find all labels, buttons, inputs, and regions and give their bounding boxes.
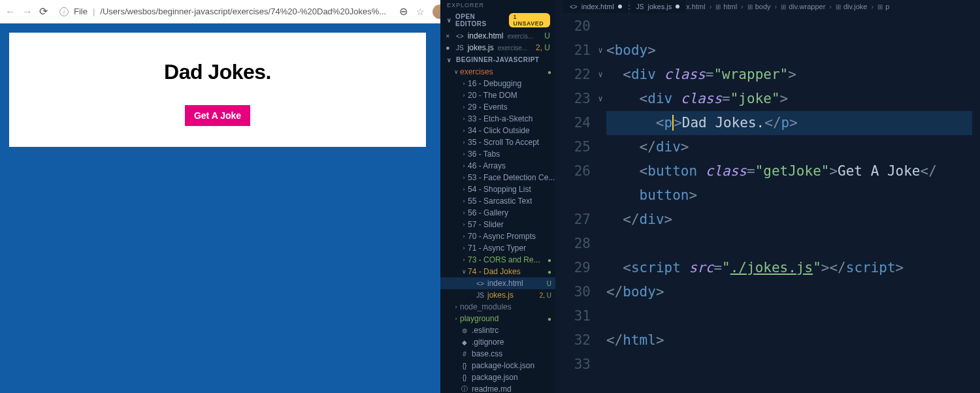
tree-item[interactable]: {}package-lock.json <box>440 360 555 371</box>
tree-item[interactable]: ∨74 - Dad Jokes● <box>440 266 555 277</box>
tree-item[interactable]: ›56 - Gallery <box>440 207 555 219</box>
code-line[interactable]: 29 <script src="./jokes.js"></script> <box>555 256 980 280</box>
breadcrumb-item[interactable]: ⊞div.wrapper <box>781 3 825 10</box>
code-line[interactable]: 23∨ <div class="joke"> <box>555 87 980 111</box>
browser-pane: ← → ⟳ i File | /Users/wesbos/beginner-ja… <box>0 0 440 393</box>
breadcrumb-item[interactable]: ⊞p <box>877 3 889 10</box>
reload-icon[interactable]: ⟳ <box>39 7 48 17</box>
address-bar[interactable]: i File | /Users/wesbos/beginner-javascri… <box>54 7 391 16</box>
forward-icon[interactable]: → <box>22 7 33 17</box>
tree-item[interactable]: ›playground● <box>440 313 555 324</box>
unsaved-badge: 1 UNSAVED <box>509 13 550 27</box>
joke-text: Dad Jokes. <box>164 60 271 84</box>
tree-item[interactable]: ⊚.eslintrc <box>440 324 555 336</box>
code-line[interactable]: 25 </div> <box>555 135 980 159</box>
breadcrumb-item[interactable]: ⊞body <box>747 3 771 10</box>
tree-item[interactable]: ›node_modules <box>440 301 555 313</box>
tree-item[interactable]: <>index.htmlU <box>440 277 555 289</box>
url-path: /Users/wesbos/beginner-javascript/exerci… <box>100 7 386 16</box>
file-explorer: EXPLORER ∨ OPEN EDITORS 1 UNSAVED ×<>ind… <box>440 0 555 393</box>
tree-item[interactable]: {}package.json <box>440 371 555 383</box>
tree-item[interactable]: ⓘreadme.md <box>440 383 555 393</box>
tree-item[interactable]: ›35 - Scroll To Accept <box>440 136 555 148</box>
tree-item[interactable]: ›34 - Click Outside <box>440 125 555 136</box>
code-line[interactable]: 26 <button class="getJoke">Get A Joke</ <box>555 159 980 183</box>
code-line[interactable]: 30</body> <box>555 280 980 304</box>
code-line[interactable]: 33 <box>555 353 980 377</box>
tree-item[interactable]: #base.css <box>440 348 555 360</box>
breadcrumb-item[interactable]: ⊞div.joke <box>836 3 867 10</box>
tree-item[interactable]: ›71 - Async Typer <box>440 242 555 254</box>
tree-item[interactable]: ›29 - Events <box>440 101 555 113</box>
tree-item[interactable]: ›54 - Shopping List <box>440 183 555 195</box>
code-line[interactable]: 31 <box>555 304 980 328</box>
get-joke-button[interactable]: Get A Joke <box>185 105 250 126</box>
back-icon[interactable]: ← <box>5 7 16 17</box>
joke-card: Dad Jokes. Get A Joke <box>9 33 426 147</box>
project-header[interactable]: ∨ BEGINNER-JAVASCRIPT <box>440 54 555 66</box>
tree-item[interactable]: ›53 - Face Detection Ce... <box>440 172 555 183</box>
editor-pane: EXPLORER ∨ OPEN EDITORS 1 UNSAVED ×<>ind… <box>440 0 980 393</box>
page-viewport: Dad Jokes. Get A Joke <box>0 24 440 393</box>
zoom-icon[interactable]: ⊖ <box>398 7 408 17</box>
tree-item[interactable]: ›33 - Etch-a-Sketch <box>440 113 555 125</box>
file-tree: ∨exercises●›16 - Debugging›20 - The DOM›… <box>440 66 555 393</box>
browser-toolbar: ← → ⟳ i File | /Users/wesbos/beginner-ja… <box>0 0 440 24</box>
code-line[interactable]: 27 </div> <box>555 208 980 232</box>
code-line[interactable]: button> <box>555 183 980 208</box>
editor-tabs: <>index.htmlJSjokes.js <box>563 0 686 13</box>
tree-item[interactable]: ›20 - The DOM <box>440 89 555 101</box>
bookmark-icon[interactable]: ☆ <box>416 7 425 17</box>
tree-item[interactable]: ◆.gitignore <box>440 336 555 348</box>
code-line[interactable]: 24 <p>Dad Jokes.</p> <box>555 111 980 135</box>
tree-item[interactable]: JSjokes.js2, U <box>440 289 555 301</box>
open-editor-item[interactable]: ●JSjokes.jsexercise...2, U <box>440 42 555 54</box>
open-editor-item[interactable]: ×<>index.htmlexercis...U <box>440 30 555 42</box>
code-editor[interactable]: 2021∨<body>22∨ <div class="wrapper">23∨ … <box>555 13 980 393</box>
code-line[interactable]: 21∨<body> <box>555 39 980 63</box>
editor-tab[interactable]: JSjokes.js <box>630 0 686 13</box>
tree-item[interactable]: ›73 - CORS and Re...● <box>440 254 555 266</box>
tree-item[interactable]: ∨exercises● <box>440 66 555 78</box>
explorer-title: EXPLORER <box>440 0 555 10</box>
code-line[interactable]: 22∨ <div class="wrapper"> <box>555 63 980 87</box>
editor-main: exercises›74 - Dad Jokes›<>index.html›⊞h… <box>555 0 980 393</box>
code-line[interactable]: 20 <box>555 14 980 39</box>
open-editors-header[interactable]: ∨ OPEN EDITORS 1 UNSAVED <box>440 10 555 30</box>
editor-tab[interactable]: <>index.html <box>563 0 629 13</box>
tree-item[interactable]: ›16 - Debugging <box>440 78 555 89</box>
tree-item[interactable]: ›46 - Arrays <box>440 160 555 172</box>
tree-item[interactable]: ›57 - Slider <box>440 219 555 230</box>
tree-item[interactable]: ›55 - Sarcastic Text <box>440 195 555 207</box>
code-line[interactable]: 32</html> <box>555 328 980 353</box>
site-info-icon[interactable]: i <box>59 7 69 16</box>
tree-item[interactable]: ›36 - Tabs <box>440 148 555 160</box>
tree-item[interactable]: ›70 - Async Prompts <box>440 230 555 242</box>
url-scheme: File <box>74 7 88 16</box>
code-line[interactable]: 28 <box>555 232 980 256</box>
open-editors-list: ×<>index.htmlexercis...U●JSjokes.jsexerc… <box>440 30 555 54</box>
breadcrumb-item[interactable]: ⊞html <box>715 3 737 10</box>
